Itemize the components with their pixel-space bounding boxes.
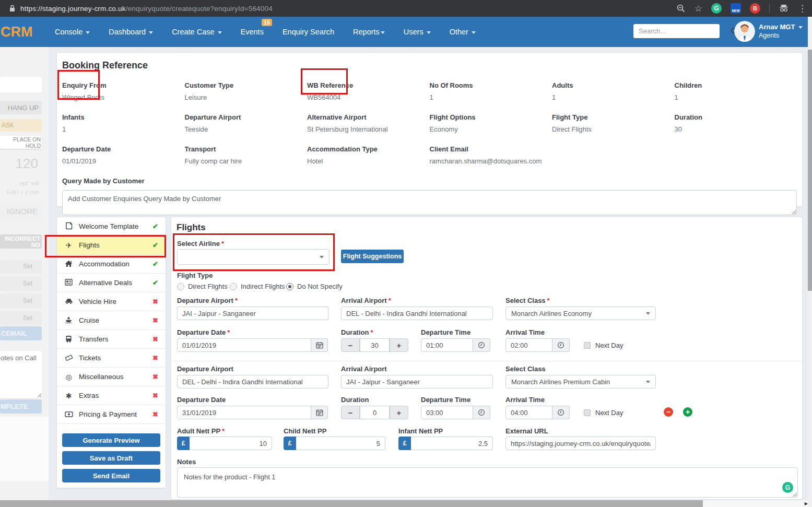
bookmark-star-icon[interactable]: ☆ (695, 4, 702, 13)
external-url-input[interactable] (505, 437, 656, 450)
next-day-option[interactable]: Next Day (584, 341, 623, 349)
radio-icon[interactable] (177, 283, 184, 290)
clock-icon[interactable] (473, 406, 490, 419)
arrival-time-label: Arrival Time (505, 328, 545, 336)
task-button[interactable]: ASK (0, 119, 42, 132)
cross-icon: ✖ (152, 298, 158, 305)
vertical-scrollbar-thumb[interactable] (808, 50, 812, 291)
flight-suggestions-button[interactable]: Flight Suggestions (341, 250, 404, 263)
browser-menu-icon[interactable]: ⋮ (798, 4, 807, 13)
next-day-checkbox[interactable] (584, 409, 591, 416)
departure-time-input[interactable] (421, 338, 473, 352)
search-input[interactable] (633, 27, 731, 35)
menu-item-transfers[interactable]: Transfers ✖ (57, 330, 166, 349)
departure-airport-input[interactable] (177, 375, 328, 388)
set-outcome-dropdown[interactable]: Set Outcome (0, 277, 42, 291)
user-menu[interactable]: Arnav MGT Agents (759, 23, 803, 39)
menu-item-cruise[interactable]: Cruise ✖ (57, 311, 166, 330)
nav-item-console[interactable]: Console (55, 28, 90, 36)
duration-decrement-button[interactable]: − (341, 338, 360, 352)
child-nett-input[interactable] (296, 437, 385, 450)
grammarly-icon[interactable]: G (782, 482, 793, 493)
send-email-button[interactable]: Send Email (62, 469, 160, 482)
infant-nett-input[interactable] (411, 437, 493, 450)
next-day-option[interactable]: Next Day (584, 409, 623, 417)
crm-logo[interactable]: CRM (1, 24, 33, 40)
menu-item-alternative-deals[interactable]: Alternative Deals ✔ (57, 274, 166, 292)
duration-decrement-button[interactable]: − (341, 406, 360, 419)
next-day-checkbox[interactable] (584, 342, 591, 349)
flight-type-option-indirect[interactable]: Indirect Flights (230, 282, 285, 290)
calendar-icon[interactable] (311, 406, 328, 419)
flight-notes-textarea[interactable]: Notes for the product - Flight 1 (177, 467, 798, 498)
nav-item-users[interactable]: Users (404, 28, 431, 36)
profile-incognito-icon[interactable] (779, 5, 789, 12)
red-extension-icon[interactable]: B (750, 3, 760, 14)
arrival-airport-input[interactable] (341, 306, 493, 320)
adult-nett-input[interactable] (190, 437, 272, 450)
select-class-dropdown[interactable]: Monarch Airlines Premium Cabin (505, 375, 656, 388)
set-outcome-dropdown[interactable]: Set Outcome (0, 260, 42, 274)
nav-item-reports[interactable]: Reports (353, 28, 385, 36)
save-as-draft-button[interactable]: Save as Draft (62, 451, 160, 465)
query-made-by-customer-textarea[interactable] (62, 190, 797, 215)
menu-item-vehicle-hire[interactable]: Vehicle Hire ✖ (57, 292, 166, 311)
departure-date-input[interactable] (177, 406, 311, 419)
duration-increment-button[interactable]: + (390, 338, 408, 352)
radio-icon[interactable] (230, 283, 237, 290)
menu-item-accommodation[interactable]: Accommodation ✔ (57, 255, 166, 274)
horizontal-scrollbar-thumb[interactable] (0, 500, 703, 507)
set-outcome-dropdown[interactable]: Set Outcome (0, 311, 42, 325)
duration-input[interactable] (360, 338, 390, 352)
radio-selected-icon[interactable] (286, 283, 293, 290)
clock-icon[interactable] (552, 406, 570, 419)
menu-item-tickets[interactable]: Tickets ✖ (57, 349, 166, 368)
user-avatar[interactable] (734, 21, 755, 42)
arrival-airport-input[interactable] (341, 375, 493, 388)
nav-item-create-case[interactable]: Create Case (172, 28, 221, 36)
voicemail-button[interactable]: CEMAIL (0, 326, 42, 340)
flight-type-option-do-not-specify[interactable]: Do Not Specify (286, 282, 343, 290)
zoom-out-icon[interactable] (676, 4, 686, 13)
clock-icon[interactable] (473, 338, 490, 352)
booking-field-flight-type: Flight TypeDirect Flights (552, 113, 675, 133)
menu-item-flights[interactable]: ✈ Flights ✔ (57, 236, 166, 255)
departure-date-input[interactable] (177, 338, 311, 352)
menu-item-miscellaneous[interactable]: ◎ Miscellaneous ✖ (57, 368, 166, 386)
select-class-dropdown[interactable]: Monarch Airlines Economy (505, 306, 656, 320)
booking-field-alternative-airport: Alternative AirportSt Petersburg Interna… (307, 113, 430, 133)
set-outcome-dropdown[interactable]: Set Outcome (0, 294, 42, 308)
nav-item-events[interactable]: Events15 (241, 28, 264, 36)
duration-input[interactable] (360, 406, 390, 419)
departure-airport-input[interactable] (177, 306, 328, 320)
call-panel-input[interactable] (0, 77, 42, 92)
remove-leg-button[interactable]: − (664, 407, 673, 417)
call-notes-textarea[interactable] (0, 351, 42, 398)
place-on-hold-button[interactable]: PLACE ON HOLD (0, 136, 42, 149)
nav-item-enquiry-search[interactable]: Enquiry Search (283, 28, 334, 36)
url-text[interactable]: https://staging.journey-crm.co.uk/enquir… (20, 5, 273, 13)
departure-time-input[interactable] (421, 406, 473, 419)
generate-preview-button[interactable]: Generate Preview (62, 433, 160, 447)
clock-icon[interactable] (552, 338, 570, 352)
grammarly-extension-icon[interactable]: G (711, 3, 722, 14)
complete-button[interactable]: MPLETE (0, 399, 42, 414)
check-icon: ✔ (152, 241, 158, 249)
menu-item-welcome-template[interactable]: Welcome Template ✔ (57, 217, 166, 236)
add-leg-button[interactable]: + (683, 407, 692, 417)
nav-item-other[interactable]: Other (450, 28, 476, 36)
duration-increment-button[interactable]: + (390, 406, 408, 419)
incorrect-no-button[interactable]: INCORRECT NO (0, 234, 42, 249)
flight-type-option-direct[interactable]: Direct Flights (177, 282, 228, 290)
events-count-badge: 15 (262, 19, 272, 26)
arrival-time-input[interactable] (505, 338, 552, 352)
nav-item-dashboard[interactable]: Dashboard (109, 28, 153, 36)
arrival-time-input[interactable] (505, 406, 552, 419)
hang-up-button[interactable]: HANG UP (0, 101, 42, 114)
calendar-icon[interactable] (311, 338, 328, 352)
new-extension-icon[interactable]: NEW (731, 3, 741, 14)
ignore-button[interactable]: IGNORE (0, 204, 42, 218)
menu-item-pricing-payment[interactable]: Pricing & Payment ✖ (57, 405, 166, 424)
select-airline-dropdown[interactable] (177, 249, 329, 265)
menu-item-extras[interactable]: ✱ Extras ✖ (57, 386, 166, 405)
